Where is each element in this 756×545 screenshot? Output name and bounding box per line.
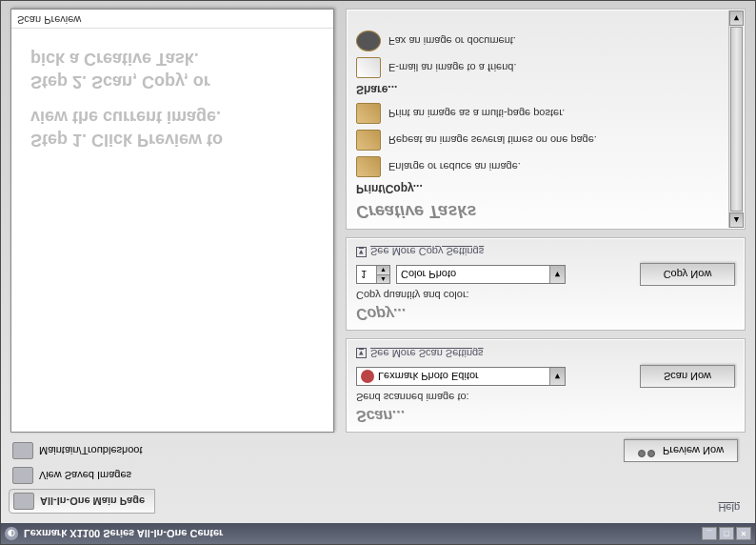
main-page-icon	[13, 493, 34, 510]
copy-now-button[interactable]: Copy Now	[640, 264, 735, 287]
copy-selected: Color Photo	[401, 270, 456, 281]
creative-task-item[interactable]: Enlarge or reduce an image.	[356, 153, 745, 180]
copy-qty-value: 1	[361, 270, 367, 281]
main-area: Step 1. Click Preview to view the curren…	[1, 1, 755, 433]
qty-up-button[interactable]: ▲	[376, 274, 389, 284]
more-scan-settings-link[interactable]: ▾ See More Scan Settings	[356, 348, 484, 359]
creative-task-item[interactable]: Print an image as a multi-page poster.	[356, 100, 745, 127]
tab-label: View Saved Images	[39, 470, 131, 481]
step1-line2: view the current image.	[30, 106, 314, 128]
scroll-up-button[interactable]: ▲	[729, 212, 744, 228]
step2-line2: pick a Creative Task.	[30, 48, 314, 70]
content-area: All-In-One Main Page View Saved Images M…	[1, 1, 755, 523]
more-copy-settings-link[interactable]: ▾ See More Copy Settings	[356, 247, 484, 258]
window-title: Lexmark X1100 Series All-In-One Center	[24, 528, 223, 539]
tab-view-saved[interactable]: View Saved Images	[9, 464, 155, 487]
preview-now-button[interactable]: Preview Now	[624, 439, 738, 462]
copy-color-dropdown[interactable]: Color Photo ▼	[396, 266, 566, 285]
repeat-icon	[356, 130, 381, 151]
scan-send-label: Send scanned image to:	[356, 392, 735, 403]
copy-title: Copy...	[356, 306, 735, 323]
window-controls: _ □ ×	[702, 527, 751, 540]
scan-destination-dropdown[interactable]: Lexmark Photo Editor ▼	[356, 367, 566, 386]
preview-now-label: Preview Now	[663, 445, 724, 456]
tab-label: All-In-One Main Page	[40, 495, 145, 507]
tab-main-page[interactable]: All-In-One Main Page	[9, 489, 155, 514]
creative-task-item[interactable]: E-mail an image to a friend.	[356, 54, 745, 81]
qty-down-button[interactable]: ▼	[376, 267, 389, 275]
titlebar: ◐ Lexmark X1100 Series All-In-One Center…	[1, 523, 755, 544]
preview-instructions: Step 1. Click Preview to view the curren…	[30, 48, 314, 151]
fax-icon	[356, 30, 381, 51]
scan-panel: Scan... Send scanned image to: Lexmark P…	[346, 339, 746, 434]
saved-images-icon	[12, 467, 33, 484]
expand-icon: ▾	[356, 247, 367, 257]
step1-line1: Step 1. Click Preview to	[30, 128, 314, 150]
step2-line1: Step 2. Scan, Copy, or	[30, 70, 314, 91]
binoculars-icon	[638, 444, 657, 457]
minimize-button[interactable]: _	[702, 527, 717, 540]
creative-scrollbar[interactable]: ▲ ▼	[728, 10, 744, 228]
preview-body: Step 1. Click Preview to view the curren…	[11, 29, 333, 432]
ct-label: Print an image as a multi-page poster.	[388, 108, 565, 119]
left-tab-rail: All-In-One Main Page View Saved Images M…	[9, 439, 155, 514]
creative-tasks-list: Print/Copy... Enlarge or reduce an image…	[356, 17, 745, 199]
poster-icon	[356, 103, 381, 124]
creative-task-item[interactable]: Fax an image or document.	[356, 28, 745, 54]
scan-title: Scan...	[356, 407, 735, 424]
mail-icon	[356, 57, 381, 78]
maximize-button[interactable]: □	[719, 527, 734, 540]
scroll-down-button[interactable]: ▼	[729, 10, 744, 26]
share-section: Share...	[356, 83, 745, 96]
ct-label: E-mail an image to a friend.	[388, 62, 517, 73]
ct-label: Repeat an image several times on one pag…	[388, 134, 597, 146]
copy-quantity-stepper[interactable]: 1 ▲ ▼	[356, 266, 390, 285]
creative-tasks-header: Creative Tasks	[356, 201, 745, 221]
printcopy-section: Print/Copy...	[356, 182, 745, 195]
app-icon: ◐	[5, 527, 18, 540]
expand-icon: ▾	[356, 349, 367, 359]
app-window: ◐ Lexmark X1100 Series All-In-One Center…	[0, 0, 756, 545]
creative-task-item[interactable]: Repeat an image several times on one pag…	[356, 127, 745, 153]
close-button[interactable]: ×	[736, 527, 751, 540]
ct-label: Fax an image or document.	[388, 35, 516, 47]
tab-maintain[interactable]: Maintain/Troubleshoot	[9, 439, 155, 462]
help-link[interactable]: Help	[718, 502, 740, 514]
maintain-icon	[12, 442, 33, 459]
creative-tasks-panel: Creative Tasks Print/Copy... Enlarge or …	[346, 9, 746, 230]
more-scan-label: See More Scan Settings	[370, 348, 484, 359]
scan-now-button[interactable]: Scan Now	[640, 365, 735, 388]
scroll-thumb[interactable]	[730, 27, 743, 212]
copy-qc-label: Copy quantity and color:	[356, 291, 735, 302]
ct-label: Enlarge or reduce an image.	[388, 161, 521, 172]
scan-selected: Lexmark Photo Editor	[378, 371, 479, 382]
photo-editor-icon	[361, 370, 374, 383]
tab-label: Maintain/Troubleshoot	[39, 445, 142, 456]
preview-panel-title: Scan Preview	[11, 10, 333, 29]
chevron-down-icon: ▼	[549, 368, 565, 385]
chevron-down-icon: ▼	[549, 267, 565, 284]
enlarge-icon	[356, 156, 381, 177]
more-copy-label: See More Copy Settings	[370, 247, 484, 258]
scan-preview-panel: Step 1. Click Preview to view the curren…	[10, 9, 334, 433]
right-panels: Scan... Send scanned image to: Lexmark P…	[346, 9, 746, 433]
copy-panel: Copy... Copy quantity and color: 1 ▲ ▼ C…	[346, 237, 746, 332]
